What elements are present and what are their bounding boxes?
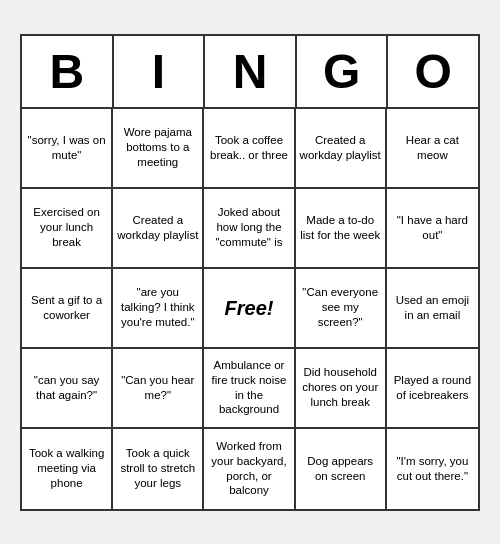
- bingo-cell-11[interactable]: "are you talking? I think you're muted.": [113, 269, 204, 349]
- bingo-cell-0[interactable]: "sorry, I was on mute": [22, 109, 113, 189]
- bingo-cell-23[interactable]: Dog appears on screen: [296, 429, 387, 509]
- bingo-cell-6[interactable]: Created a workday playlist: [113, 189, 204, 269]
- bingo-cell-1[interactable]: Wore pajama bottoms to a meeting: [113, 109, 204, 189]
- bingo-cell-14[interactable]: Used an emoji in an email: [387, 269, 478, 349]
- bingo-letter-B: B: [22, 36, 114, 109]
- bingo-letter-O: O: [388, 36, 478, 109]
- bingo-letter-G: G: [297, 36, 389, 109]
- bingo-cell-17[interactable]: Ambulance or fire truck noise in the bac…: [204, 349, 295, 429]
- bingo-cell-7[interactable]: Joked about how long the "commute" is: [204, 189, 295, 269]
- bingo-cell-20[interactable]: Took a walking meeting via phone: [22, 429, 113, 509]
- bingo-cell-4[interactable]: Hear a cat meow: [387, 109, 478, 189]
- bingo-cell-22[interactable]: Worked from your backyard, porch, or bal…: [204, 429, 295, 509]
- bingo-cell-2[interactable]: Took a coffee break.. or three: [204, 109, 295, 189]
- bingo-cell-9[interactable]: "I have a hard out": [387, 189, 478, 269]
- bingo-cell-24[interactable]: "I'm sorry, you cut out there.": [387, 429, 478, 509]
- bingo-cell-15[interactable]: "can you say that again?": [22, 349, 113, 429]
- bingo-cell-10[interactable]: Sent a gif to a coworker: [22, 269, 113, 349]
- bingo-cell-19[interactable]: Played a round of icebreakers: [387, 349, 478, 429]
- bingo-cell-5[interactable]: Exercised on your lunch break: [22, 189, 113, 269]
- bingo-letter-N: N: [205, 36, 297, 109]
- bingo-cell-13[interactable]: "Can everyone see my screen?": [296, 269, 387, 349]
- bingo-grid: "sorry, I was on mute"Wore pajama bottom…: [22, 109, 478, 509]
- bingo-card: BINGO "sorry, I was on mute"Wore pajama …: [20, 34, 480, 511]
- bingo-cell-18[interactable]: Did household chores on your lunch break: [296, 349, 387, 429]
- bingo-header: BINGO: [22, 36, 478, 109]
- bingo-cell-8[interactable]: Made a to-do list for the week: [296, 189, 387, 269]
- bingo-cell-21[interactable]: Took a quick stroll to stretch your legs: [113, 429, 204, 509]
- bingo-cell-12[interactable]: Free!: [204, 269, 295, 349]
- bingo-cell-16[interactable]: "Can you hear me?": [113, 349, 204, 429]
- bingo-cell-3[interactable]: Created a workday playlist: [296, 109, 387, 189]
- bingo-letter-I: I: [114, 36, 206, 109]
